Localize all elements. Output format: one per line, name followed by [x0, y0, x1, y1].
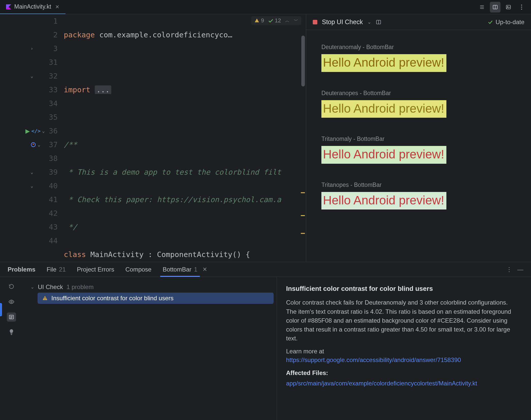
code-area[interactable]: package com.example.colordeficiencyco… i… [62, 14, 306, 262]
left-activity-indicator [0, 303, 2, 316]
affected-files-label: Affected Files: [286, 369, 328, 376]
problems-tabs: Problems File21 Project Errors Compose B… [0, 262, 531, 277]
fold-chevron-icon[interactable]: ⌄ [30, 165, 33, 179]
svg-rect-22 [45, 297, 45, 299]
preview-item[interactable]: Deuteranomaly - BottomBarHello Android p… [321, 44, 516, 72]
kotlin-file-icon [6, 4, 11, 9]
details-icon[interactable] [7, 312, 16, 322]
preview-item[interactable]: Tritanopes - BottomBarHello Android prev… [321, 182, 516, 210]
preview-item[interactable]: Deuteranopes - BottomBarHello Android pr… [321, 90, 516, 118]
file-tab-label: MainActivity.kt [14, 3, 51, 10]
inspections-widget[interactable]: 9 12 ︿ ﹀ [251, 16, 301, 25]
problems-tab-problems[interactable]: Problems [8, 262, 35, 277]
problem-title: Insufficient color contrast for color bl… [286, 284, 522, 294]
problems-tree-header[interactable]: ⌄ UI Check 1 problem [26, 281, 274, 293]
more-options-icon[interactable]: ⋮ [506, 266, 512, 273]
editor-scrollbar[interactable] [301, 36, 305, 86]
problems-tab-compose[interactable]: Compose [125, 262, 151, 277]
problems-panel: Problems File21 Project Errors Compose B… [0, 262, 531, 420]
preview-render: Hello Android preview! [321, 100, 446, 118]
chevron-down-icon[interactable]: ⌄ [30, 284, 34, 290]
close-tab-icon[interactable]: ✕ [202, 266, 207, 273]
warnings-indicator[interactable]: 9 [254, 17, 264, 24]
preview-render: Hello Android preview! [321, 146, 446, 164]
svg-point-11 [521, 9, 522, 10]
svg-rect-20 [11, 333, 12, 334]
code-editor[interactable]: 9 12 ︿ ﹀ 1 2 ›3 31 ⌄32 33 34 35 [0, 14, 306, 262]
problems-detail: Insufficient color contrast for color bl… [277, 277, 531, 420]
svg-rect-23 [45, 299, 45, 300]
chevron-down-icon[interactable]: ﹀ [294, 18, 298, 24]
preview-body[interactable]: Deuteranomaly - BottomBarHello Android p… [306, 30, 531, 262]
preview-item-label: Deuteranopes - BottomBar [321, 90, 516, 97]
warning-marker[interactable] [301, 192, 305, 193]
warning-marker[interactable] [301, 215, 305, 216]
warnings-count: 9 [261, 17, 264, 24]
problems-tab-bottombar[interactable]: BottomBar1 [163, 262, 197, 277]
chevron-up-icon[interactable]: ︿ [285, 18, 290, 24]
problem-description-1: Color contrast check fails for Deuterano… [286, 298, 522, 307]
view-code-only-icon[interactable] [477, 2, 487, 12]
warning-marker[interactable] [301, 233, 305, 234]
close-icon[interactable]: ✕ [55, 4, 59, 10]
typos-count: 12 [275, 17, 281, 24]
view-split-icon[interactable] [490, 2, 501, 12]
fold-chevron-icon[interactable]: ⌄ [30, 69, 33, 83]
fold-chevron-icon[interactable]: ⌄ [38, 138, 40, 152]
more-options-icon[interactable] [516, 2, 527, 12]
svg-rect-21 [11, 334, 12, 335]
preview-item[interactable]: Tritanomaly - BottomBarHello Android pre… [321, 136, 516, 164]
svg-point-8 [507, 6, 508, 7]
preview-render: Hello Android preview! [321, 54, 446, 72]
warning-icon [42, 295, 48, 301]
fold-chevron-icon[interactable]: › [30, 42, 33, 55]
stop-ui-check-button[interactable]: Stop UI Check [322, 18, 363, 26]
editor-tabbar: MainActivity.kt ✕ [0, 0, 531, 14]
eye-icon[interactable] [7, 297, 16, 306]
problem-description-2: The item's text contrast ratio is 4.02. … [286, 307, 522, 343]
preview-item-label: Tritanomaly - BottomBar [321, 136, 516, 142]
learn-more-link[interactable]: https://support.google.com/accessibility… [286, 356, 461, 363]
preview-render: Hello Android preview! [321, 192, 446, 210]
build-status: Up-to-date [488, 19, 524, 26]
problems-tree[interactable]: ⌄ UI Check 1 problem Insufficient color … [23, 277, 277, 420]
svg-point-10 [521, 7, 522, 8]
svg-point-15 [11, 301, 12, 303]
split-layout-icon[interactable] [376, 19, 381, 25]
editor-gutter: 1 2 ›3 31 ⌄32 33 34 35 ▶</>⌄36 ⌄37 38 ⌄3… [0, 14, 62, 262]
preview-item-label: Tritanopes - BottomBar [321, 182, 516, 188]
view-design-only-icon[interactable] [503, 2, 514, 12]
run-gutter-icon[interactable]: ▶ [25, 124, 30, 138]
fold-chevron-icon[interactable]: ⌄ [30, 179, 33, 193]
minimize-icon[interactable]: — [517, 266, 523, 273]
svg-point-9 [521, 5, 522, 6]
problems-tab-project-errors[interactable]: Project Errors [77, 262, 114, 277]
problems-tree-item[interactable]: Insufficient color contrast for color bl… [38, 293, 274, 304]
stop-icon[interactable] [313, 20, 317, 24]
compose-preview-panel: Stop UI Check ⌄ Up-to-date Deuteranomaly… [306, 14, 531, 262]
chevron-down-icon[interactable]: ⌄ [367, 19, 371, 25]
refresh-icon[interactable] [7, 282, 16, 291]
intention-bulb-icon[interactable] [7, 328, 16, 337]
problems-tab-file[interactable]: File21 [46, 262, 66, 277]
affected-file-link[interactable]: app/src/main/java/com/example/colordefic… [286, 380, 477, 387]
problems-toolbar [0, 277, 23, 420]
override-gutter-icon[interactable] [30, 142, 36, 147]
typos-indicator[interactable]: 12 [268, 17, 281, 24]
preview-item-label: Deuteranomaly - BottomBar [321, 44, 516, 51]
fold-chevron-icon[interactable]: ⌄ [42, 124, 45, 138]
file-tab-mainactivity[interactable]: MainActivity.kt ✕ [0, 0, 66, 14]
